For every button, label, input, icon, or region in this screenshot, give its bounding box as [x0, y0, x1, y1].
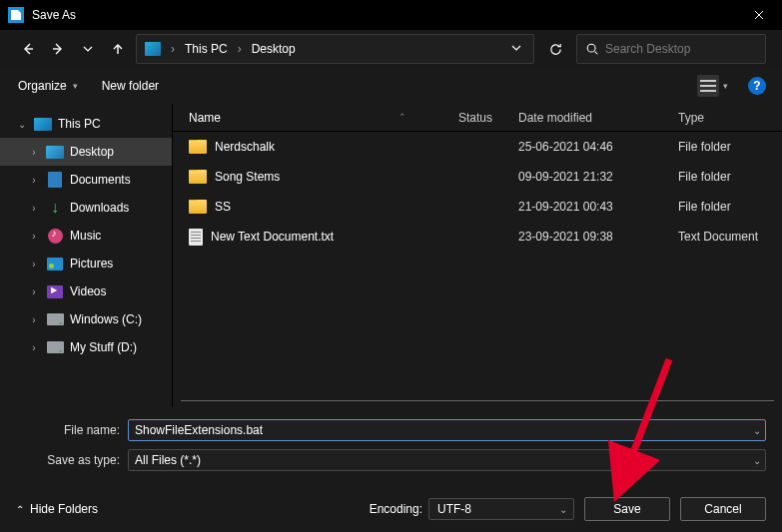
filename-field[interactable]: ⌄	[128, 419, 766, 441]
list-icon	[700, 80, 716, 92]
tree-item-videos[interactable]: › Videos	[0, 277, 172, 305]
save-form: File name: ⌄ Save as type: All Files (*.…	[0, 407, 782, 485]
file-row[interactable]: Nerdschalk25-06-2021 04:46File folder	[173, 132, 782, 162]
savetype-field[interactable]: All Files (*.*) ⌄	[128, 449, 766, 471]
save-button[interactable]: Save	[584, 497, 670, 521]
encoding-select[interactable]: UTF-8 ⌄	[428, 498, 574, 520]
expand-icon[interactable]: ›	[28, 286, 40, 297]
toolbar: Organize▾ New folder ▾ ?	[0, 68, 782, 104]
file-date: 25-06-2021 04:46	[512, 140, 672, 154]
file-row[interactable]: Song Stems09-09-2021 21:32File folder	[173, 162, 782, 192]
expand-icon[interactable]: ›	[28, 342, 40, 353]
file-type: Text Document	[672, 230, 782, 244]
caret-down-icon: ▾	[73, 81, 78, 91]
collapse-icon[interactable]: ⌄	[16, 119, 28, 130]
expand-icon[interactable]: ›	[28, 147, 40, 158]
search-box[interactable]	[576, 34, 766, 64]
col-name[interactable]: Name⌃	[183, 111, 452, 125]
chevron-right-icon[interactable]: ›	[236, 42, 244, 56]
recent-button[interactable]	[76, 37, 100, 61]
encoding-value: UTF-8	[437, 502, 471, 516]
expand-icon[interactable]: ›	[28, 203, 40, 214]
file-list: Nerdschalk25-06-2021 04:46File folderSon…	[173, 132, 782, 400]
view-controls: ▾	[697, 75, 728, 97]
expand-icon[interactable]: ›	[28, 175, 40, 186]
expand-icon[interactable]: ›	[28, 259, 40, 269]
folder-icon	[189, 140, 207, 154]
help-button[interactable]: ?	[748, 77, 766, 95]
organize-button[interactable]: Organize▾	[16, 75, 80, 97]
hide-folders-label: Hide Folders	[30, 502, 98, 516]
pc-icon	[145, 42, 161, 56]
view-mode-button[interactable]	[697, 75, 719, 97]
tree-item-windows-c[interactable]: › Windows (C:)	[0, 305, 172, 333]
file-row[interactable]: SS21-09-2021 00:43File folder	[173, 192, 782, 222]
file-date: 23-09-2021 09:38	[512, 230, 672, 244]
file-name: Nerdschalk	[215, 140, 275, 154]
app-icon	[8, 7, 24, 23]
back-button[interactable]	[16, 37, 40, 61]
tree-item-label: Videos	[70, 284, 106, 298]
desktop-icon	[46, 146, 64, 159]
tree-item-music[interactable]: › Music	[0, 222, 172, 250]
up-button[interactable]	[106, 37, 130, 61]
address-bar[interactable]: › This PC › Desktop	[136, 34, 534, 64]
filename-input[interactable]	[135, 423, 759, 437]
view-dropdown[interactable]: ▾	[723, 81, 728, 91]
column-headers: Name⌃ Status Date modified Type	[173, 104, 782, 132]
tree-item-label: My Stuff (D:)	[70, 340, 137, 354]
savetype-label: Save as type:	[16, 453, 128, 467]
file-name: SS	[215, 200, 231, 214]
chevron-down-icon[interactable]: ⌄	[753, 425, 761, 436]
expand-icon[interactable]: ›	[28, 314, 40, 325]
tree-item-mystuff-d[interactable]: › My Stuff (D:)	[0, 333, 172, 361]
chevron-down-icon[interactable]: ⌄	[753, 455, 761, 466]
breadcrumb-current[interactable]: Desktop	[246, 38, 302, 60]
music-icon	[48, 229, 63, 244]
col-date[interactable]: Date modified	[512, 111, 672, 125]
forward-button[interactable]	[46, 37, 70, 61]
tree-root-label: This PC	[58, 117, 101, 131]
chevron-up-icon: ⌃	[16, 504, 24, 515]
folder-icon	[189, 200, 207, 214]
new-folder-button[interactable]: New folder	[100, 75, 161, 97]
arrow-right-icon	[51, 42, 65, 56]
breadcrumb-root[interactable]: This PC	[179, 38, 234, 60]
encoding-control: Encoding: UTF-8 ⌄	[370, 498, 574, 520]
file-type: File folder	[672, 140, 782, 154]
file-pane: Name⌃ Status Date modified Type Nerdscha…	[172, 104, 782, 407]
nav-row: › This PC › Desktop	[0, 30, 782, 68]
expand-icon[interactable]: ›	[28, 231, 40, 242]
nav-tree: ⌄ This PC › Desktop › Documents › ↓ Down…	[0, 104, 172, 407]
file-name: New Text Document.txt	[211, 230, 334, 244]
tree-item-label: Pictures	[70, 257, 113, 270]
tree-item-label: Music	[70, 229, 101, 243]
chevron-down-icon	[511, 43, 521, 53]
file-type: File folder	[672, 170, 782, 184]
new-folder-label: New folder	[102, 79, 159, 93]
tree-item-downloads[interactable]: › ↓ Downloads	[0, 194, 172, 222]
refresh-button[interactable]	[540, 34, 570, 64]
folder-icon	[189, 170, 207, 184]
cancel-button[interactable]: Cancel	[680, 497, 766, 521]
close-button[interactable]	[736, 0, 782, 30]
chevron-right-icon[interactable]: ›	[169, 42, 177, 56]
tree-item-pictures[interactable]: › Pictures	[0, 250, 172, 277]
file-row[interactable]: New Text Document.txt23-09-2021 09:38Tex…	[173, 222, 782, 252]
pictures-icon	[47, 258, 63, 270]
divider	[181, 400, 774, 401]
chevron-down-icon: ⌄	[559, 504, 567, 515]
tree-item-documents[interactable]: › Documents	[0, 166, 172, 194]
pc-icon	[34, 118, 52, 131]
hide-folders-button[interactable]: ⌃ Hide Folders	[16, 502, 98, 516]
col-status[interactable]: Status	[452, 111, 512, 125]
address-dropdown[interactable]	[503, 38, 529, 60]
tree-item-label: Windows (C:)	[70, 312, 142, 326]
savetype-value: All Files (*.*)	[135, 453, 201, 467]
titlebar: Save As	[0, 0, 782, 30]
search-input[interactable]	[605, 42, 757, 56]
organize-label: Organize	[18, 79, 67, 93]
tree-item-desktop[interactable]: › Desktop	[0, 138, 172, 166]
tree-root-this-pc[interactable]: ⌄ This PC	[0, 110, 172, 138]
col-type[interactable]: Type	[672, 111, 782, 125]
